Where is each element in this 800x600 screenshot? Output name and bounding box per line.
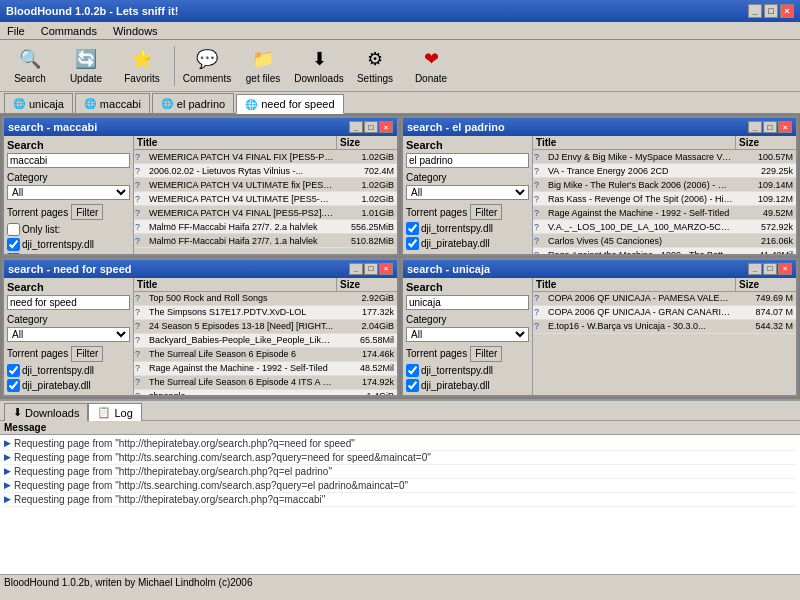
panel-el-padrino-filter-button[interactable]: Filter bbox=[470, 204, 502, 220]
tab-downloads[interactable]: ⬇ Downloads bbox=[4, 403, 88, 421]
result-name: Rage Against the Machine - 1992 - Self-T… bbox=[546, 208, 735, 218]
get-files-tool-button[interactable]: 📁 get files bbox=[237, 43, 289, 89]
table-row[interactable]: ?Rage Against the Machine - 1992 - Self-… bbox=[533, 206, 796, 220]
table-row[interactable]: ?shpongle1.4GiB bbox=[134, 390, 397, 396]
close-button[interactable]: × bbox=[780, 4, 794, 18]
search-tool-button[interactable]: 🔍 Search bbox=[4, 43, 56, 89]
table-row[interactable]: ?The Surreal Life Season 6 Episode 6174.… bbox=[134, 348, 397, 362]
result-size: 41.49Mil bbox=[735, 250, 795, 254]
result-size: 109.14M bbox=[735, 180, 795, 190]
panel-need-for-speed-search-input[interactable] bbox=[7, 295, 130, 310]
panel-maccabi-only-list-check[interactable] bbox=[7, 223, 20, 236]
panel-el-padrino-minimize[interactable]: _ bbox=[748, 121, 762, 133]
table-row[interactable]: ?Big Mike - The Ruler's Back 2006 (2006)… bbox=[533, 178, 796, 192]
panel-unicaja-minimize[interactable]: _ bbox=[748, 263, 762, 275]
panel-unicaja-title: search - unicaja bbox=[407, 263, 490, 275]
panel-maccabi-check-piratebay[interactable] bbox=[7, 253, 20, 254]
panel-el-padrino-check1-row: dji_torrentspy.dll bbox=[406, 222, 529, 235]
list-item: ▶ Requesting page from "http://thepirate… bbox=[4, 437, 796, 451]
minimize-button[interactable]: _ bbox=[748, 4, 762, 18]
result-icon: ? bbox=[135, 180, 147, 190]
panel-unicaja-maximize[interactable]: □ bbox=[763, 263, 777, 275]
table-row[interactable]: ?Ras Kass - Revenge Of The Spit (2006) -… bbox=[533, 192, 796, 206]
table-row[interactable]: ?E.top16 - W.Barça vs Unicaja - 30.3.0..… bbox=[533, 320, 796, 334]
downloads-tool-button[interactable]: ⬇ Downloads bbox=[293, 43, 345, 89]
table-row[interactable]: ?COPA 2006 QF UNICAJA - GRAN CANARIA...8… bbox=[533, 306, 796, 320]
panel-unicaja-filter-button[interactable]: Filter bbox=[470, 346, 502, 362]
settings-tool-button[interactable]: ⚙ Settings bbox=[349, 43, 401, 89]
tab-log[interactable]: 📋 Log bbox=[88, 403, 141, 421]
panel-el-padrino-search-label: Search bbox=[406, 139, 529, 151]
table-row[interactable]: ?V.A._-_LOS_100_DE_LA_100_MARZO-5CD...57… bbox=[533, 220, 796, 234]
table-row[interactable]: ?WEMERICA PATCH V4 ULTIMATE fix [PES5...… bbox=[134, 178, 397, 192]
menu-commands[interactable]: Commands bbox=[38, 25, 100, 37]
panel-el-padrino-category-select[interactable]: All bbox=[406, 185, 529, 200]
panel-unicaja-check-torrentspy[interactable] bbox=[406, 364, 419, 377]
table-row[interactable]: ?Rage Against the Machine - 1992 - Self-… bbox=[134, 362, 397, 376]
panel-maccabi-check-torrentspy[interactable] bbox=[7, 238, 20, 251]
table-row[interactable]: ?Rage Against the Machine - 1999 - The B… bbox=[533, 248, 796, 254]
panel-el-padrino-check-torrentspy[interactable] bbox=[406, 222, 419, 235]
panel-el-padrino-check-piratebay[interactable] bbox=[406, 237, 419, 250]
tab-need-for-speed[interactable]: 🌐 need for speed bbox=[236, 94, 343, 114]
update-tool-button[interactable]: 🔄 Update bbox=[60, 43, 112, 89]
panel-need-for-speed-filter-button[interactable]: Filter bbox=[71, 346, 103, 362]
tab-el-padrino[interactable]: 🌐 el padrino bbox=[152, 93, 234, 113]
panel-el-padrino-body: Search Category All Torrent pages Filter… bbox=[403, 136, 796, 254]
panel-need-for-speed-maximize[interactable]: □ bbox=[364, 263, 378, 275]
panel-need-for-speed-check-torrentspy[interactable] bbox=[7, 364, 20, 377]
table-row[interactable]: ?2006.02.02 - Lietuvos Rytas Vilnius -..… bbox=[134, 164, 397, 178]
panel-unicaja-search-input[interactable] bbox=[406, 295, 529, 310]
panel-maccabi-category-select[interactable]: All bbox=[7, 185, 130, 200]
panel-maccabi-close[interactable]: × bbox=[379, 121, 393, 133]
result-size: 2.04GiB bbox=[336, 321, 396, 331]
panel-unicaja-check-piratebay[interactable] bbox=[406, 379, 419, 392]
maximize-button[interactable]: □ bbox=[764, 4, 778, 18]
menu-file[interactable]: File bbox=[4, 25, 28, 37]
result-name: E.top16 - W.Barça vs Unicaja - 30.3.0... bbox=[546, 321, 735, 331]
panel-el-padrino-maximize[interactable]: □ bbox=[763, 121, 777, 133]
result-name: Top 500 Rock and Roll Songs bbox=[147, 293, 336, 303]
table-row[interactable]: ?Malmö FF-Maccabi Haifa 27/7. 2.a halvle… bbox=[134, 220, 397, 234]
list-item: ▶ Requesting page from "http://ts.search… bbox=[4, 479, 796, 493]
table-row[interactable]: ?VA - Trance Energy 2006 2CD229.25k bbox=[533, 164, 796, 178]
panel-need-for-speed-minimize[interactable]: _ bbox=[349, 263, 363, 275]
menu-windows[interactable]: Windows bbox=[110, 25, 161, 37]
panel-maccabi-title: search - maccabi bbox=[8, 121, 97, 133]
table-row[interactable]: ?The Simpsons S17E17.PDTV.XvD-LOL177.32k bbox=[134, 306, 397, 320]
favorits-tool-button[interactable]: ⭐ Favorits bbox=[116, 43, 168, 89]
panel-maccabi-filter-button[interactable]: Filter bbox=[71, 204, 103, 220]
table-row[interactable]: ?Carlos Vives (45 Canciones)216.06k bbox=[533, 234, 796, 248]
tab-unicaja[interactable]: 🌐 unicaja bbox=[4, 93, 73, 113]
log-entry-icon: ▶ bbox=[4, 494, 11, 504]
panel-unicaja-category-select[interactable]: All bbox=[406, 327, 529, 342]
table-row[interactable]: ?Backyard_Babies-People_Like_People_Like… bbox=[134, 334, 397, 348]
table-row[interactable]: ?WEMERICA PATCH V4 ULTIMATE [PES5-PS2...… bbox=[134, 192, 397, 206]
table-row[interactable]: ?24 Season 5 Episodes 13-18 [Need] [RIGH… bbox=[134, 320, 397, 334]
panel-el-padrino-close[interactable]: × bbox=[778, 121, 792, 133]
panel-need-for-speed-check-piratebay[interactable] bbox=[7, 379, 20, 392]
panel-need-for-speed-category-select[interactable]: All bbox=[7, 327, 130, 342]
result-name: WEMERICA PATCH V4 FINAL FIX [PES5-PS... bbox=[147, 152, 336, 162]
panel-need-for-speed-close[interactable]: × bbox=[379, 263, 393, 275]
table-row[interactable]: ?Malmö FF-Maccabi Haifa 27/7. 1.a halvle… bbox=[134, 234, 397, 248]
table-row[interactable]: ?DJ Envy & Big Mike - MySpace Massacre V… bbox=[533, 150, 796, 164]
table-row[interactable]: ?WEMERICA PATCH V4 FINAL [PES5-PS2].p...… bbox=[134, 206, 397, 220]
tab-maccabi[interactable]: 🌐 maccabi bbox=[75, 93, 150, 113]
table-row[interactable]: ?The Surreal Life Season 6 Episode 4 ITS… bbox=[134, 376, 397, 390]
result-name: The Surreal Life Season 6 Episode 6 bbox=[147, 349, 336, 359]
comments-tool-button[interactable]: 💬 Comments bbox=[181, 43, 233, 89]
search-icon: 🔍 bbox=[18, 47, 42, 71]
tab-el-padrino-icon: 🌐 bbox=[161, 98, 173, 109]
table-row[interactable]: ?WEMERICA PATCH V4 FINAL FIX [PES5-PS...… bbox=[134, 150, 397, 164]
title-bar-buttons: _ □ × bbox=[748, 4, 794, 18]
panel-unicaja-close[interactable]: × bbox=[778, 263, 792, 275]
panel-el-padrino-search-input[interactable] bbox=[406, 153, 529, 168]
panel-maccabi-maximize[interactable]: □ bbox=[364, 121, 378, 133]
donate-tool-button[interactable]: ❤ Donate bbox=[405, 43, 457, 89]
panel-maccabi-search-input[interactable] bbox=[7, 153, 130, 168]
table-row[interactable]: ?Top 500 Rock and Roll Songs2.92GiB bbox=[134, 292, 397, 306]
panel-maccabi-sidebar: Search Category All Torrent pages Filter… bbox=[4, 136, 134, 254]
panel-maccabi-minimize[interactable]: _ bbox=[349, 121, 363, 133]
table-row[interactable]: ?COPA 2006 QF UNICAJA - PAMESA VALEN...7… bbox=[533, 292, 796, 306]
